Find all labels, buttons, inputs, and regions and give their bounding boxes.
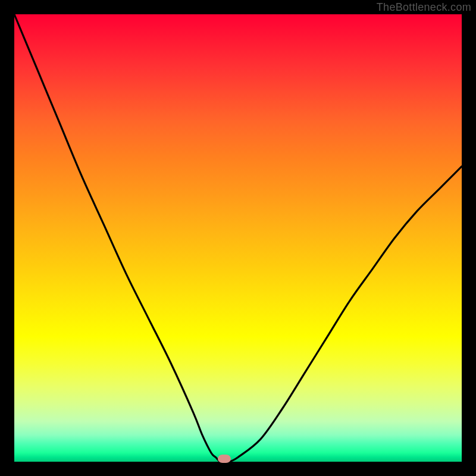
chart-frame: TheBottleneck.com	[0, 0, 476, 476]
minimum-marker	[218, 455, 231, 463]
bottleneck-curve	[14, 14, 462, 462]
watermark-text: TheBottleneck.com	[377, 1, 471, 14]
plot-area	[14, 14, 462, 462]
